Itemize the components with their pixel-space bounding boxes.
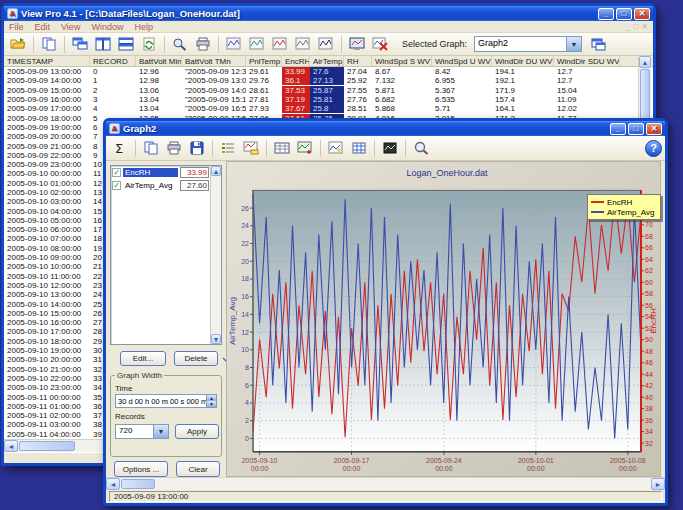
- graph-title-bar[interactable]: A Graph2 _ □ ✕: [106, 121, 665, 136]
- tile-vertical-button[interactable]: [92, 34, 114, 54]
- column-header[interactable]: WindDir SDU WVT: [554, 56, 620, 66]
- table-row[interactable]: 2005-09-09 14:00:00112.98"2005-09-09 13:…: [4, 76, 653, 85]
- find-button[interactable]: [169, 34, 191, 54]
- options-button[interactable]: Options ...: [114, 461, 168, 477]
- series-list-scrollbar[interactable]: ▲ ▼: [210, 166, 221, 344]
- refresh-button[interactable]: [138, 34, 160, 54]
- menu-edit[interactable]: Edit: [35, 22, 51, 32]
- print-button[interactable]: [163, 138, 185, 158]
- menu-file[interactable]: File: [9, 22, 24, 32]
- chart-4-button[interactable]: [292, 34, 314, 54]
- print-button[interactable]: [192, 34, 214, 54]
- apply-button[interactable]: Apply: [175, 424, 219, 439]
- records-select[interactable]: 720 ▼: [115, 424, 169, 439]
- svg-text:00:00: 00:00: [343, 465, 361, 472]
- table-cell: 12.98: [136, 76, 182, 85]
- series-value: 27.60: [180, 180, 209, 191]
- maximize-button[interactable]: □: [616, 8, 632, 20]
- column-header[interactable]: WindSpd U WVT: [432, 56, 492, 66]
- clear-button[interactable]: Clear: [176, 461, 220, 477]
- copy-button[interactable]: [140, 138, 162, 158]
- scroll-up-button[interactable]: ▲: [211, 166, 221, 176]
- column-header[interactable]: PnlTemp Avg: [246, 56, 282, 66]
- delete-button[interactable]: Delete: [174, 351, 218, 366]
- graph-hscrollbar[interactable]: ◄ ►: [106, 477, 665, 490]
- delete-graph-button[interactable]: [369, 34, 391, 54]
- chart-1-button[interactable]: [223, 34, 245, 54]
- menu-window[interactable]: Window: [91, 22, 123, 32]
- image-export-button[interactable]: [325, 138, 347, 158]
- main-title-bar[interactable]: A View Pro 4.1 - [C:\DataFiles\Logan_One…: [4, 6, 653, 21]
- close-button[interactable]: ✕: [634, 8, 650, 20]
- table-row[interactable]: 2005-09-09 15:00:00213.06"2005-09-09 14:…: [4, 86, 653, 95]
- invert-button[interactable]: [379, 138, 401, 158]
- toolbar-separator: [405, 140, 406, 157]
- series-item[interactable]: ✓AirTemp_Avg27.60: [111, 179, 210, 192]
- series-checkbox[interactable]: ✓: [112, 168, 121, 177]
- new-graph-button[interactable]: [587, 34, 609, 54]
- table-cell: 2005-09-11 04:00:00: [4, 430, 90, 439]
- column-header[interactable]: RECORD: [90, 56, 136, 66]
- cascade-button[interactable]: [69, 34, 91, 54]
- table-cell: 28.51: [344, 104, 372, 113]
- mdi-minimize-button[interactable]: _: [626, 22, 630, 31]
- chart-legend[interactable]: EncRHAirTemp_Avg: [587, 194, 661, 220]
- save-button[interactable]: [186, 138, 208, 158]
- table-cell: 25.92: [344, 76, 372, 85]
- chart-options-button[interactable]: [294, 138, 316, 158]
- close-button[interactable]: ✕: [646, 123, 662, 135]
- minimize-button[interactable]: _: [598, 8, 614, 20]
- chart-3-button[interactable]: [269, 34, 291, 54]
- column-header[interactable]: AirTemp_Avg: [310, 56, 344, 66]
- time-width-input[interactable]: 30 d 00 h 00 m 00 s 000 m ▲▼: [115, 394, 217, 408]
- help-button[interactable]: ?: [645, 140, 662, 157]
- series-item[interactable]: ✓EncRH33.99: [111, 166, 210, 179]
- scroll-track[interactable]: [156, 478, 651, 490]
- chart-2-button[interactable]: [246, 34, 268, 54]
- show-graph-button[interactable]: [346, 34, 368, 54]
- scroll-left-button[interactable]: ◄: [4, 440, 18, 452]
- table-row[interactable]: 2005-09-09 16:00:00313.04"2005-09-09 15:…: [4, 95, 653, 104]
- column-header[interactable]: WindSpd S WVT: [372, 56, 432, 66]
- minimize-button[interactable]: _: [610, 123, 626, 135]
- scroll-left-button[interactable]: ◄: [106, 478, 120, 490]
- scroll-thumb[interactable]: [121, 479, 155, 489]
- data-table-button[interactable]: [271, 138, 293, 158]
- table-row[interactable]: 2005-09-09 17:00:00413.04"2005-09-09 16:…: [4, 104, 653, 113]
- column-header[interactable]: EncRH: [282, 56, 310, 66]
- sigma-button[interactable]: Σ: [109, 138, 131, 158]
- column-header[interactable]: BattVolt TMn: [182, 56, 246, 66]
- cascade-icon: [72, 37, 88, 51]
- series-checkbox[interactable]: ✓: [112, 181, 121, 190]
- column-header[interactable]: WindDir DU WVT: [492, 56, 554, 66]
- open-button[interactable]: [7, 34, 29, 54]
- time-spinner[interactable]: ▲▼: [206, 395, 216, 407]
- menu-view[interactable]: View: [61, 22, 80, 32]
- menu-help[interactable]: Help: [134, 22, 153, 32]
- table-cell: 13.06: [136, 86, 182, 95]
- mdi-restore-button[interactable]: □: [633, 22, 638, 31]
- scroll-down-button[interactable]: ▼: [211, 334, 221, 344]
- zoom-button[interactable]: [410, 138, 432, 158]
- scroll-thumb[interactable]: [19, 441, 75, 451]
- grid-toggle-button[interactable]: [348, 138, 370, 158]
- column-header[interactable]: BattVolt Min: [136, 56, 182, 66]
- tile-horizontal-button[interactable]: [115, 34, 137, 54]
- table-row[interactable]: 2005-09-09 13:00:00012.96"2005-09-09 12:…: [4, 67, 653, 76]
- chevron-down-icon[interactable]: ▼: [566, 37, 581, 51]
- spin-down-icon[interactable]: ▼: [206, 401, 216, 407]
- export-graph-button[interactable]: [240, 138, 262, 158]
- scroll-up-button[interactable]: ▲: [639, 56, 651, 68]
- column-header[interactable]: RH: [344, 56, 372, 66]
- edit-button[interactable]: Edit...: [120, 351, 166, 366]
- chart-5-button[interactable]: [315, 34, 337, 54]
- scroll-right-button[interactable]: ►: [651, 478, 665, 490]
- chevron-down-icon[interactable]: ▼: [153, 425, 168, 438]
- selected-graph-combobox[interactable]: Graph2 ▼: [474, 36, 582, 52]
- series-list-button[interactable]: [217, 138, 239, 158]
- table-cell: 2: [90, 86, 136, 95]
- maximize-button[interactable]: □: [628, 123, 644, 135]
- mdi-close-button[interactable]: ✕: [641, 22, 648, 31]
- column-header[interactable]: TIMESTAMP: [4, 56, 90, 66]
- copy-button[interactable]: [38, 34, 60, 54]
